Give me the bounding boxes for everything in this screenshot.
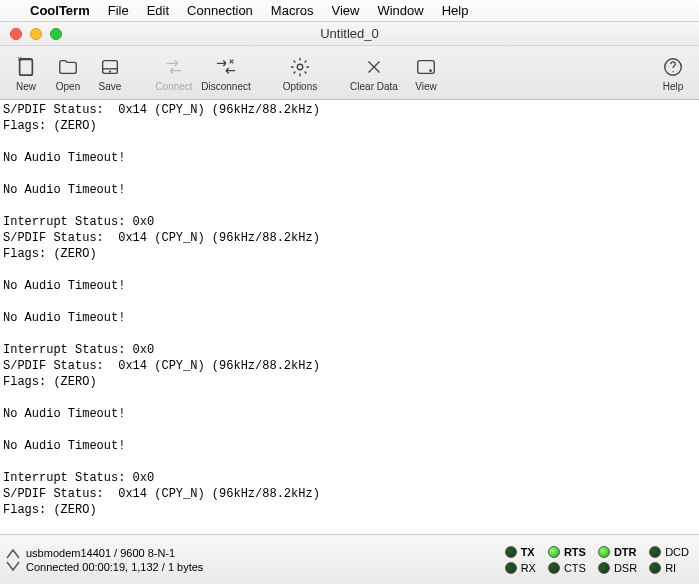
zoom-button[interactable]: [50, 28, 62, 40]
signal-label-rx: RX: [521, 562, 536, 574]
traffic-lights: [10, 28, 62, 40]
disconnect-label: Disconnect: [201, 81, 250, 92]
save-label: Save: [99, 81, 122, 92]
signal-dcd: DCD: [649, 546, 689, 558]
status-bar: usbmodem14401 / 9600 8-N-1 Connected 00:…: [0, 534, 699, 584]
connect-icon: [162, 53, 186, 81]
svg-rect-0: [20, 59, 33, 76]
signal-label-dcd: DCD: [665, 546, 689, 558]
connection-indicator-icon: [4, 549, 22, 571]
svg-point-7: [429, 69, 432, 72]
gear-icon: [289, 53, 311, 81]
window-titlebar: Untitled_0: [0, 22, 699, 46]
connection-status: Connected 00:00:19, 1,132 / 1 bytes: [26, 561, 203, 573]
svg-point-4: [110, 71, 111, 72]
open-button[interactable]: Open: [48, 48, 88, 98]
svg-point-9: [672, 71, 673, 72]
clear-data-label: Clear Data: [350, 81, 398, 92]
connect-label: Connect: [155, 81, 192, 92]
save-button[interactable]: Save: [90, 48, 130, 98]
signal-cts: CTS: [548, 562, 586, 574]
menu-macros[interactable]: Macros: [271, 3, 314, 18]
view-button[interactable]: View: [406, 48, 446, 98]
disconnect-icon: [213, 53, 239, 81]
signal-dsr: DSR: [598, 562, 637, 574]
folder-icon: [57, 53, 79, 81]
menu-connection[interactable]: Connection: [187, 3, 253, 18]
view-label: View: [415, 81, 437, 92]
signal-label-tx: TX: [521, 546, 535, 558]
signal-rx: RX: [505, 562, 536, 574]
menu-view[interactable]: View: [331, 3, 359, 18]
signal-tx: TX: [505, 546, 536, 558]
signal-ri: RI: [649, 562, 689, 574]
connection-info: usbmodem14401 / 9600 8-N-1 Connected 00:…: [26, 547, 203, 573]
signal-label-dtr: DTR: [614, 546, 637, 558]
svg-point-5: [297, 64, 303, 70]
new-file-icon: [15, 53, 37, 81]
svg-rect-6: [418, 61, 435, 74]
signal-indicators: TXRTSDTRDCDRXCTSDSRRI: [505, 546, 689, 574]
led-tx: [505, 546, 517, 558]
close-button[interactable]: [10, 28, 22, 40]
view-icon: [414, 53, 438, 81]
new-button[interactable]: New: [6, 48, 46, 98]
signal-dtr: DTR: [598, 546, 637, 558]
open-label: Open: [56, 81, 80, 92]
window-title: Untitled_0: [320, 26, 379, 41]
clear-icon: [363, 53, 385, 81]
led-dcd: [649, 546, 661, 558]
toolbar: New Open Save Connect Disconnect Options…: [0, 46, 699, 100]
led-rts: [548, 546, 560, 558]
led-rx: [505, 562, 517, 574]
menu-help[interactable]: Help: [442, 3, 469, 18]
connect-button[interactable]: Connect: [154, 48, 194, 98]
signal-label-rts: RTS: [564, 546, 586, 558]
minimize-button[interactable]: [30, 28, 42, 40]
menu-window[interactable]: Window: [377, 3, 423, 18]
svg-rect-1: [19, 59, 34, 76]
signal-label-dsr: DSR: [614, 562, 637, 574]
port-info: usbmodem14401 / 9600 8-N-1: [26, 547, 203, 559]
menu-edit[interactable]: Edit: [147, 3, 169, 18]
app-menu[interactable]: CoolTerm: [30, 3, 90, 18]
options-button[interactable]: Options: [280, 48, 320, 98]
led-ri: [649, 562, 661, 574]
svg-rect-2: [20, 60, 33, 76]
signal-rts: RTS: [548, 546, 586, 558]
new-label: New: [16, 81, 36, 92]
disconnect-button[interactable]: Disconnect: [196, 48, 256, 98]
help-icon: [662, 53, 684, 81]
disk-icon: [99, 53, 121, 81]
menu-file[interactable]: File: [108, 3, 129, 18]
terminal-output[interactable]: S/PDIF Status: 0x14 (CPY_N) (96kHz/88.2k…: [0, 100, 699, 534]
led-dsr: [598, 562, 610, 574]
help-label: Help: [663, 81, 684, 92]
led-cts: [548, 562, 560, 574]
led-dtr: [598, 546, 610, 558]
help-button[interactable]: Help: [653, 48, 693, 98]
signal-label-ri: RI: [665, 562, 676, 574]
clear-data-button[interactable]: Clear Data: [344, 48, 404, 98]
menubar: CoolTerm File Edit Connection Macros Vie…: [0, 0, 699, 22]
signal-label-cts: CTS: [564, 562, 586, 574]
options-label: Options: [283, 81, 317, 92]
